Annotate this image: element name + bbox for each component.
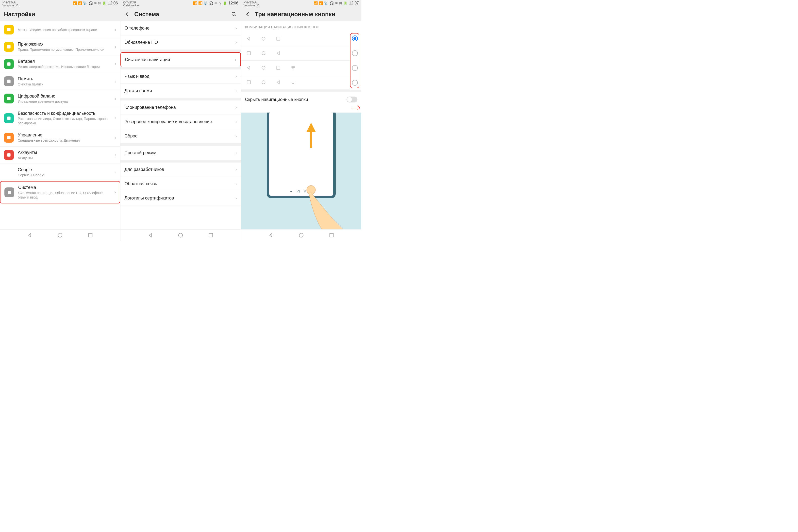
settings-icon (4, 167, 14, 177)
system-row[interactable]: Логотипы сертификатов› (120, 191, 241, 205)
combo-row-1[interactable] (241, 46, 350, 61)
svg-rect-2 (7, 62, 10, 65)
row-title: Система (18, 185, 112, 190)
combo-row-2[interactable] (241, 61, 350, 75)
combo-row-3[interactable] (241, 75, 350, 90)
row-subtitle: Права, Приложения по умолчанию, Приложен… (18, 47, 113, 52)
chevron-right-icon: › (115, 170, 116, 175)
carrier-1: KYIVSTAR (2, 1, 18, 4)
settings-row-4[interactable]: Цифровой баланс Управление временем дост… (0, 90, 120, 108)
nav-back-icon[interactable] (148, 232, 153, 238)
settings-row-8[interactable]: Google Сервисы Google › (0, 164, 120, 181)
settings-row-6[interactable]: Управление Специальные возможности, Движ… (0, 129, 120, 146)
row-title: Цифровой баланс (18, 94, 113, 99)
row-title: Язык и ввод (125, 74, 235, 79)
nav-bar (120, 229, 241, 241)
row-subtitle: Очистка памяти (18, 82, 113, 87)
chevron-right-icon: › (235, 195, 237, 201)
chevron-right-icon: › (115, 79, 116, 84)
nav-recent-icon[interactable] (329, 232, 334, 238)
row-title: Простой режим (125, 150, 235, 155)
row-title: Дата и время (125, 88, 235, 93)
system-row[interactable]: О телефоне› (120, 21, 241, 36)
signal-icon: 📶 📶 📡 (73, 1, 87, 5)
illustration: ⌄◁○□ (241, 113, 361, 229)
settings-icon (4, 76, 14, 86)
chevron-right-icon: › (235, 88, 237, 93)
nav-home-icon[interactable] (299, 232, 304, 238)
signal-icon: 📶 📶 📡 (193, 1, 208, 5)
headphone-icon: 🎧 👁 ℕ (89, 1, 101, 5)
settings-row-5[interactable]: Безопасность и конфиденциальность Распоз… (0, 108, 120, 129)
combo-row-0[interactable] (241, 32, 350, 46)
radio-option-3[interactable] (352, 80, 358, 86)
status-bar: KYIVSTAR Vodafone UA 📶 📶 📡 🎧 👁 ℕ 🔋 12:06 (120, 0, 241, 7)
row-title: Для разработчиков (125, 167, 235, 172)
row-title: Аккаунты (18, 150, 113, 155)
hide-nav-toggle-row[interactable]: Скрыть навигационные кнопки (241, 92, 361, 107)
row-title: Управление (18, 133, 113, 138)
chevron-right-icon: › (235, 57, 236, 62)
headphone-icon: 🎧 👁 ℕ (329, 1, 342, 5)
row-subtitle: Сервисы Google (18, 173, 113, 177)
svg-point-18 (262, 52, 265, 55)
circ-icon (261, 36, 266, 41)
system-row[interactable]: Простой режим› (120, 146, 241, 160)
row-subtitle: Системная навигация, Обновление ПО, О те… (18, 191, 112, 200)
status-time: 12:06 (108, 1, 118, 5)
radio-option-2[interactable] (352, 65, 358, 71)
system-row[interactable]: Обратная связь› (120, 177, 241, 191)
nav-home-icon[interactable] (57, 232, 63, 238)
toggle-switch[interactable] (346, 97, 357, 102)
tri-icon (276, 51, 281, 56)
system-row[interactable]: Сброс› (120, 129, 241, 143)
system-row[interactable]: Язык и ввод› (120, 70, 241, 84)
system-row[interactable]: Системная навигация› (120, 52, 241, 67)
settings-row-3[interactable]: Память Очистка памяти › (0, 73, 120, 90)
radio-group-highlight (350, 33, 359, 88)
system-row[interactable]: Для разработчиков› (120, 163, 241, 177)
status-bar: KYIVSTAR Vodafone UA 📶 📶 📡 🎧 👁 ℕ 🔋 12:06 (0, 0, 120, 7)
system-row[interactable]: Резервное копирование и восстановление› (120, 115, 241, 129)
system-row[interactable]: Дата и время› (120, 84, 241, 98)
system-row[interactable]: Клонирование телефона› (120, 100, 241, 115)
back-button[interactable] (125, 11, 130, 17)
system-list: О телефоне›Обновление ПО›Системная навиг… (120, 21, 241, 229)
nav-button-config: КОМБИНАЦИИ НАВИГАЦИОННЫХ КНОПОК Скрыть н… (241, 21, 361, 229)
nav-back-icon[interactable] (268, 232, 274, 238)
nav-home-icon[interactable] (178, 232, 183, 238)
nav-recent-icon[interactable] (208, 232, 213, 238)
settings-row-7[interactable]: Аккаунты Аккаунты › (0, 147, 120, 164)
settings-row-2[interactable]: Батарея Режим энергосбережения, Использо… (0, 55, 120, 73)
chevron-right-icon: › (115, 44, 116, 49)
svg-rect-4 (7, 97, 10, 100)
chevron-right-icon: › (235, 181, 237, 187)
radio-option-1[interactable] (352, 50, 358, 56)
signal-icon: 📶 📶 📡 (314, 1, 328, 5)
tri-icon (246, 65, 251, 71)
back-button[interactable] (245, 11, 251, 17)
carrier-2: Vodafone UA (123, 4, 139, 7)
nav-back-icon[interactable] (27, 232, 33, 238)
svg-rect-14 (209, 233, 213, 237)
hide-nav-label: Скрыть навигационные кнопки (245, 97, 346, 102)
row-subtitle: Управление временем доступа (18, 99, 113, 104)
drop-icon (290, 79, 296, 85)
empty-slot (290, 36, 296, 41)
circ-icon (261, 79, 266, 85)
settings-row-9[interactable]: Система Системная навигация, Обновление … (0, 181, 120, 204)
svg-rect-25 (329, 233, 333, 237)
chevron-right-icon: › (235, 167, 237, 172)
settings-icon (4, 187, 14, 197)
chevron-right-icon: › (235, 74, 237, 79)
settings-row-0[interactable]: Метки, Уведомления на заблокированном эк… (0, 21, 120, 38)
svg-point-13 (178, 233, 183, 238)
row-title: О телефоне (125, 25, 235, 31)
search-button[interactable] (231, 11, 237, 17)
carrier-2: Vodafone UA (2, 4, 18, 7)
radio-option-0[interactable] (352, 36, 358, 41)
system-row[interactable]: Обновление ПО› (120, 36, 241, 50)
settings-row-1[interactable]: Приложения Права, Приложения по умолчани… (0, 38, 120, 55)
nav-recent-icon[interactable] (88, 232, 93, 238)
chevron-right-icon: › (115, 152, 116, 158)
